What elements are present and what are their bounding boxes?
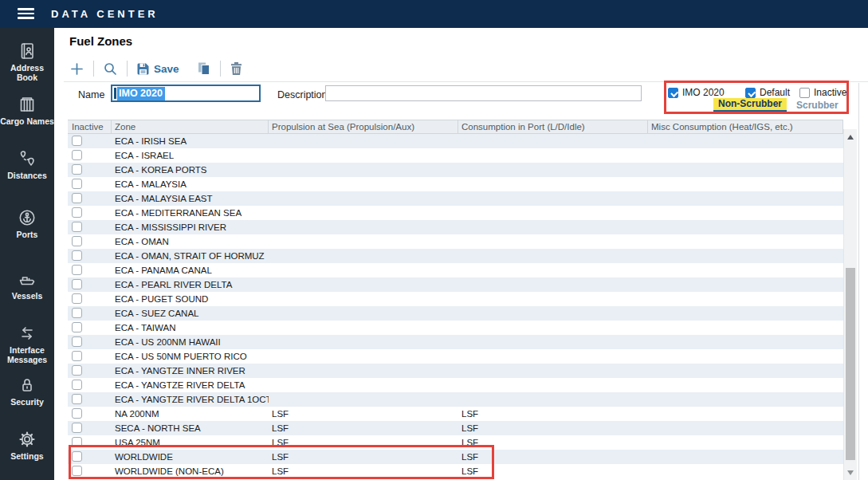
table-row[interactable]: ECA - OMAN (68, 234, 843, 249)
table-row[interactable]: ECA - KOREA PORTS (68, 163, 843, 177)
row-inactive-checkbox[interactable] (72, 207, 82, 218)
row-inactive-checkbox[interactable] (72, 293, 82, 304)
sidebar-item-vessels[interactable]: Vessels (0, 270, 54, 301)
table-row[interactable]: ECA - MALAYSIA (68, 177, 843, 191)
cell-port (458, 378, 648, 392)
table-row[interactable]: WORLDWIDELSFLSF (68, 450, 843, 464)
checkbox-icon[interactable] (668, 88, 678, 98)
row-inactive-checkbox[interactable] (72, 394, 82, 404)
table-header: Inactive Zone Propulsion at Sea (Propuls… (68, 120, 843, 134)
column-header-propulsion[interactable]: Propulsion at Sea (Propulsion/Aux) (269, 120, 458, 133)
table-row[interactable]: ECA - OMAN, STRAIT OF HORMUZ (68, 249, 843, 263)
table-row[interactable]: SECA - NORTH SEALSFLSF (68, 421, 843, 435)
column-header-misc[interactable]: Misc Consumption (Heat/IGS, etc.) (648, 120, 843, 133)
row-inactive-checkbox[interactable] (72, 322, 82, 332)
cell-inactive (68, 263, 112, 277)
sidebar-item-label: Security (10, 397, 43, 407)
table-row[interactable]: USA 25NMLSFLSF (68, 435, 843, 450)
save-button[interactable]: Save (136, 62, 179, 76)
row-inactive-checkbox[interactable] (72, 279, 82, 289)
sidebar-item-settings[interactable]: Settings (0, 430, 54, 461)
sidebar-item-distances[interactable]: Distances (0, 149, 54, 180)
cell-misc (648, 407, 843, 421)
scrollbar-thumb[interactable] (846, 268, 855, 460)
row-inactive-checkbox[interactable] (72, 222, 82, 232)
row-inactive-checkbox[interactable] (72, 423, 82, 433)
table-row[interactable]: ECA - MISSISSIPPI RIVER (68, 220, 843, 234)
row-inactive-checkbox[interactable] (72, 164, 82, 175)
sidebar-item-ports[interactable]: Ports (0, 208, 54, 239)
checkbox-icon[interactable] (745, 88, 756, 98)
cell-zone: ECA - MEDITERRANEAN SEA (112, 206, 269, 220)
table-row[interactable]: ECA - YANGTZE RIVER DELTA 1OCT (68, 392, 843, 407)
table-row[interactable]: ECA - PUGET SOUND (68, 292, 843, 306)
row-inactive-checkbox[interactable] (72, 336, 82, 347)
row-inactive-checkbox[interactable] (72, 136, 82, 146)
row-inactive-checkbox[interactable] (72, 351, 82, 361)
page-title: Fuel Zones (69, 34, 132, 48)
row-inactive-checkbox[interactable] (72, 250, 82, 261)
row-inactive-checkbox[interactable] (72, 265, 82, 275)
scroll-up-icon[interactable] (847, 135, 854, 140)
row-inactive-checkbox[interactable] (72, 380, 82, 390)
scroll-down-icon[interactable] (847, 470, 854, 475)
table-row[interactable]: ECA - MALAYSIA EAST (68, 191, 843, 206)
row-inactive-checkbox[interactable] (72, 437, 82, 447)
default-checkbox[interactable]: Default (745, 87, 790, 98)
sidebar-item-label: Cargo Names (0, 116, 54, 126)
table-row[interactable]: ECA - YANGTZE RIVER DELTA (68, 378, 843, 392)
description-label: Description (277, 89, 328, 100)
table-row[interactable]: ECA - SUEZ CANAL (68, 306, 843, 321)
table-row[interactable]: ECA - MEDITERRANEAN SEA (68, 206, 843, 220)
tab-scrubber[interactable]: Scrubber (796, 100, 839, 111)
table-row[interactable]: ECA - ISRAEL (68, 148, 843, 163)
row-inactive-checkbox[interactable] (72, 193, 82, 203)
table-row[interactable]: ECA - US 50NM PUERTO RICO (68, 349, 843, 364)
table-row[interactable]: ECA - PANAMA CANAL (68, 263, 843, 277)
table-row[interactable]: NA 200NMLSFLSF (68, 407, 843, 421)
column-header-consumption[interactable]: Consumption in Port (L/D/Idle) (458, 120, 648, 133)
row-inactive-checkbox[interactable] (72, 179, 82, 189)
table-row[interactable]: ECA - PEARL RIVER DELTA (68, 277, 843, 292)
table-row[interactable]: ECA - YANGTZE INNER RIVER (68, 364, 843, 378)
add-button[interactable] (69, 61, 84, 77)
description-input[interactable] (325, 85, 642, 101)
table-row[interactable]: ECA - US 200NM HAWAII (68, 335, 843, 349)
hamburger-menu-icon[interactable] (18, 8, 34, 21)
row-inactive-checkbox[interactable] (72, 150, 82, 160)
table-row[interactable]: ECA - IRISH SEA (68, 134, 843, 148)
row-inactive-checkbox[interactable] (72, 408, 82, 419)
sidebar-item-security[interactable]: Security (0, 376, 54, 407)
name-input[interactable]: IMO 2020 (111, 85, 261, 102)
cell-misc (648, 292, 843, 306)
table-row[interactable]: ECA - TAIWAN (68, 321, 843, 335)
column-header-inactive[interactable]: Inactive (68, 120, 112, 133)
zone-table-body: ECA - IRISH SEAECA - ISRAELECA - KOREA P… (68, 134, 843, 478)
sidebar-item-address-book[interactable]: Address Book (0, 41, 54, 82)
imo-2020-checkbox[interactable]: IMO 2020 (668, 87, 725, 98)
cell-port: LSF (458, 450, 648, 464)
main-content: Fuel Zones Save (54, 28, 868, 480)
checkbox-icon[interactable] (799, 88, 810, 98)
sidebar-item-interface-messages[interactable]: Interface Messages (0, 324, 54, 364)
column-header-zone[interactable]: Zone (112, 120, 269, 133)
vertical-scrollbar[interactable] (843, 129, 857, 480)
inactive-checkbox[interactable]: Inactive (799, 87, 846, 98)
cell-misc (648, 306, 843, 321)
search-button[interactable] (103, 61, 118, 77)
cell-sea (269, 134, 458, 148)
row-inactive-checkbox[interactable] (72, 466, 82, 476)
cell-inactive (68, 306, 112, 321)
distances-icon (18, 149, 37, 168)
row-inactive-checkbox[interactable] (72, 365, 82, 376)
row-inactive-checkbox[interactable] (72, 451, 82, 462)
cell-inactive (68, 277, 112, 292)
row-inactive-checkbox[interactable] (72, 308, 82, 318)
table-row[interactable]: WORLDWIDE (NON-ECA)LSFLSF (68, 464, 843, 478)
delete-button[interactable] (230, 61, 243, 76)
sidebar-item-cargo-names[interactable]: Cargo Names (0, 95, 54, 126)
cell-zone: ECA - PUGET SOUND (112, 292, 269, 306)
copy-button[interactable] (197, 61, 211, 76)
row-inactive-checkbox[interactable] (72, 236, 82, 246)
tab-non-scrubber[interactable]: Non-Scrubber (713, 98, 787, 112)
